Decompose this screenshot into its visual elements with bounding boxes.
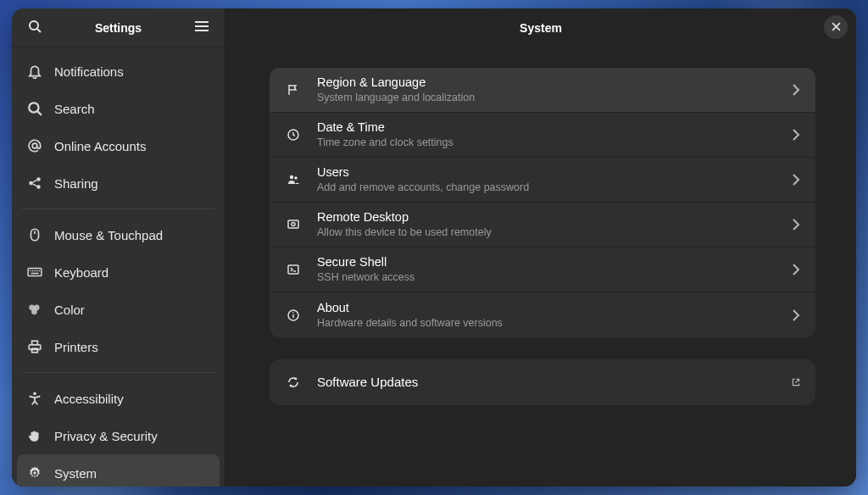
sidebar-item-label: Online Accounts: [54, 139, 146, 153]
sidebar-item-label: System: [54, 466, 97, 481]
menu-button[interactable]: [189, 15, 214, 41]
row-title: Software Updates: [317, 375, 788, 391]
sidebar-item-notifications[interactable]: Notifications: [17, 53, 220, 90]
row-text: Date & Time Time zone and clock settings: [317, 120, 788, 149]
svg-rect-11: [31, 229, 39, 241]
row-text: Remote Desktop Allow this device to be u…: [317, 209, 788, 239]
svg-point-8: [29, 181, 33, 186]
sidebar-item-online-accounts[interactable]: Online Accounts: [17, 127, 220, 164]
row-sub: System language and localization: [317, 91, 788, 104]
row-remote-desktop[interactable]: Remote Desktop Allow this device to be u…: [270, 203, 815, 248]
svg-point-33: [292, 223, 295, 226]
terminal-icon: [283, 263, 303, 276]
accessibility-icon: [27, 391, 42, 406]
svg-point-9: [36, 177, 41, 181]
chevron-right-icon: [788, 309, 804, 321]
sidebar-item-mouse[interactable]: Mouse & Touchpad: [17, 216, 220, 253]
hand-icon: [27, 428, 42, 443]
svg-rect-32: [288, 220, 298, 228]
svg-point-22: [31, 309, 37, 314]
svg-point-26: [33, 392, 36, 396]
svg-point-31: [294, 176, 298, 180]
row-title: About: [317, 300, 788, 315]
sidebar-item-label: Printers: [54, 340, 98, 354]
sidebar: Settings Notifications Search Online Acc…: [12, 8, 225, 487]
row-title: Secure Shell: [317, 254, 788, 270]
row-about[interactable]: About Hardware details and software vers…: [270, 292, 815, 337]
row-users[interactable]: Users Add and remove accounts, change pa…: [270, 158, 815, 203]
settings-window: Settings Notifications Search Online Acc…: [12, 8, 856, 487]
svg-rect-25: [32, 348, 38, 353]
sidebar-item-color[interactable]: Color: [17, 291, 220, 328]
svg-rect-18: [39, 270, 40, 271]
info-icon: [283, 309, 303, 322]
row-text: Software Updates: [317, 375, 788, 391]
svg-line-6: [37, 111, 42, 115]
refresh-icon: [283, 375, 303, 389]
svg-rect-2: [195, 21, 209, 23]
svg-rect-4: [195, 30, 209, 31]
svg-rect-19: [31, 273, 39, 274]
svg-point-30: [290, 175, 293, 179]
system-group: Region & Language System language and lo…: [270, 68, 815, 337]
sidebar-item-sharing[interactable]: Sharing: [17, 164, 220, 202]
row-sub: Time zone and clock settings: [317, 136, 788, 149]
close-icon: [832, 19, 841, 35]
sidebar-item-label: Mouse & Touchpad: [54, 228, 163, 242]
hamburger-icon: [195, 19, 209, 36]
sidebar-list: Notifications Search Online Accounts Sha…: [12, 47, 225, 487]
sidebar-item-printers[interactable]: Printers: [17, 328, 220, 365]
search-icon: [27, 101, 42, 116]
svg-rect-15: [32, 270, 33, 271]
content: Region & Language System language and lo…: [225, 47, 856, 448]
mouse-icon: [27, 227, 42, 242]
svg-rect-3: [195, 25, 209, 27]
chevron-right-icon: [788, 219, 804, 231]
svg-line-1: [37, 29, 41, 32]
svg-point-0: [30, 21, 38, 30]
row-text: Secure Shell SSH network access: [317, 254, 788, 284]
sidebar-item-accessibility[interactable]: Accessibility: [17, 380, 220, 417]
sidebar-item-label: Color: [54, 303, 85, 317]
row-sub: Hardware details and software versions: [317, 316, 788, 330]
row-sub: Allow this device to be used remotely: [317, 225, 788, 239]
sidebar-item-keyboard[interactable]: Keyboard: [17, 253, 220, 291]
svg-rect-17: [36, 270, 37, 271]
sidebar-item-label: Accessibility: [54, 392, 124, 406]
sidebar-item-system[interactable]: System: [17, 454, 220, 487]
sidebar-item-label: Keyboard: [54, 265, 108, 280]
sidebar-title: Settings: [47, 21, 189, 35]
printer-icon: [27, 339, 42, 354]
row-title: Users: [317, 164, 788, 180]
svg-rect-24: [32, 341, 38, 345]
clock-icon: [283, 128, 303, 142]
row-title: Date & Time: [317, 120, 788, 135]
sidebar-item-label: Sharing: [54, 176, 98, 191]
sidebar-item-privacy[interactable]: Privacy & Security: [17, 417, 220, 454]
row-date-time[interactable]: Date & Time Time zone and clock settings: [270, 113, 815, 158]
sidebar-item-label: Search: [54, 102, 95, 116]
remote-desktop-icon: [283, 218, 303, 231]
gear-icon: [27, 465, 42, 481]
sidebar-separator: [22, 372, 214, 373]
users-icon: [283, 173, 303, 186]
keyboard-icon: [27, 264, 42, 280]
close-button[interactable]: [824, 15, 848, 39]
row-software-updates[interactable]: Software Updates: [270, 359, 815, 405]
row-secure-shell[interactable]: Secure Shell SSH network access: [270, 248, 815, 292]
page-title: System: [520, 21, 562, 35]
row-title: Remote Desktop: [317, 209, 788, 225]
search-icon: [28, 19, 42, 36]
sidebar-item-label: Privacy & Security: [54, 429, 158, 443]
flag-icon: [283, 83, 303, 97]
updates-group: Software Updates: [270, 359, 815, 405]
row-text: Region & Language System language and lo…: [317, 75, 788, 104]
search-button[interactable]: [22, 15, 47, 41]
row-text: Users Add and remove accounts, change pa…: [317, 164, 788, 194]
sidebar-item-search[interactable]: Search: [17, 90, 220, 127]
svg-point-10: [36, 185, 41, 189]
row-region-language[interactable]: Region & Language System language and lo…: [270, 68, 815, 113]
color-icon: [27, 302, 42, 317]
row-sub: Add and remove accounts, change password: [317, 181, 788, 194]
svg-rect-13: [28, 269, 42, 276]
